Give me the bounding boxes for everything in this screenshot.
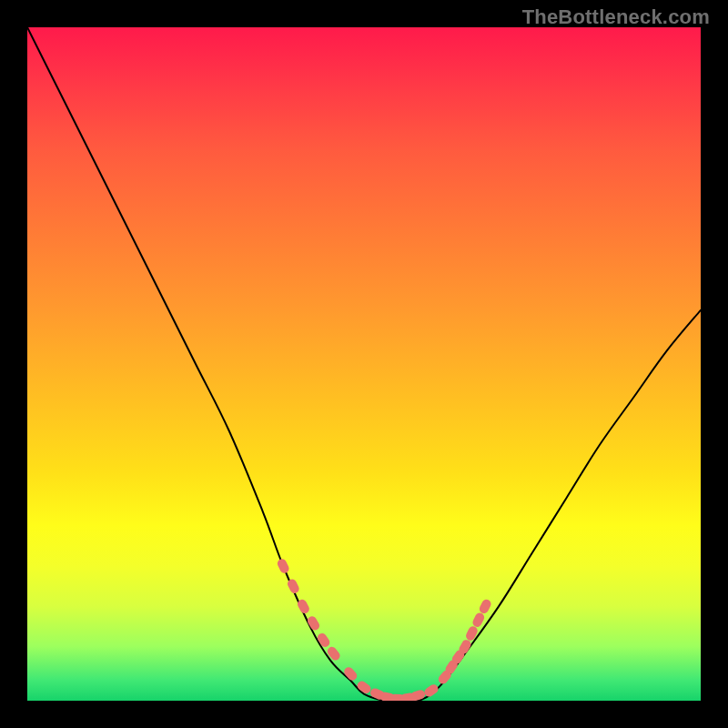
chart-plot-area [27, 27, 701, 701]
marker-point [276, 558, 290, 575]
bottleneck-curve [27, 27, 701, 701]
highlight-markers [276, 558, 492, 701]
marker-point [471, 612, 486, 629]
chart-frame: TheBottleneck.com [0, 0, 728, 728]
marker-point [464, 625, 479, 642]
marker-point [356, 679, 373, 695]
marker-point [423, 682, 440, 698]
marker-point [478, 598, 492, 615]
watermark-text: TheBottleneck.com [522, 5, 710, 29]
marker-point [342, 665, 359, 682]
marker-point [326, 645, 342, 662]
chart-svg [27, 27, 701, 701]
